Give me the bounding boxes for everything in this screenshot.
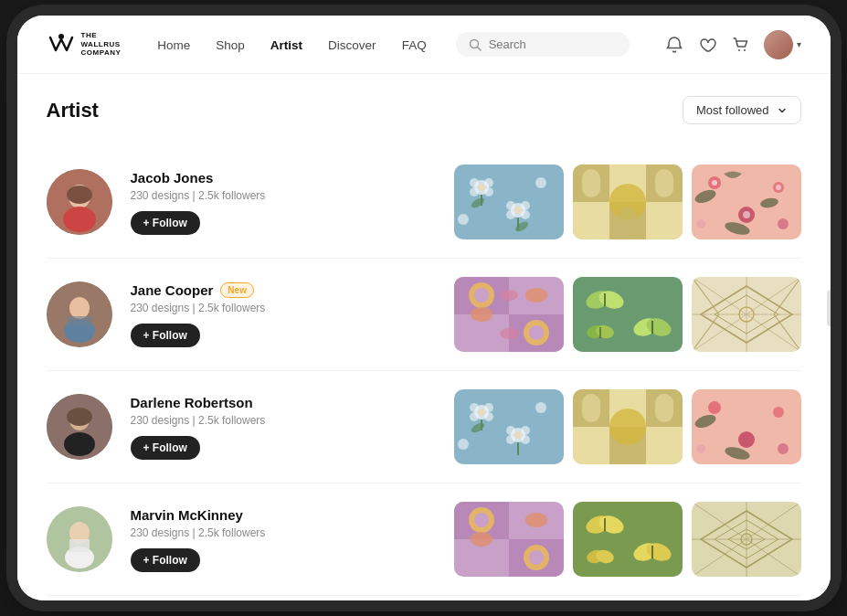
page-header: Artist Most followed	[47, 96, 801, 124]
main-content: Artist Most followed	[17, 74, 831, 600]
svg-point-4	[744, 49, 746, 51]
svg-point-23	[458, 214, 469, 225]
notification-icon[interactable]	[665, 36, 683, 54]
svg-point-101	[506, 426, 515, 435]
search-input[interactable]	[489, 37, 617, 51]
svg-rect-34	[646, 202, 683, 239]
nav-shop[interactable]: Shop	[216, 37, 245, 53]
search-bar[interactable]	[456, 32, 630, 57]
artist-name: Marvin McKinney	[131, 507, 243, 523]
svg-point-137	[474, 513, 489, 527]
svg-point-90	[64, 432, 95, 456]
artist-name: Jane Cooper	[131, 282, 214, 298]
svg-point-122	[738, 431, 755, 448]
svg-point-138	[529, 550, 544, 565]
artist-name-row: Marvin McKinney	[131, 507, 295, 523]
artist-meta: 230 designs | 2.5k followers	[131, 526, 295, 539]
artist-designs	[454, 389, 801, 464]
svg-rect-114	[573, 427, 609, 464]
svg-point-14	[470, 187, 479, 196]
svg-point-45	[776, 185, 781, 190]
svg-point-65	[500, 328, 518, 339]
nav-actions: ▾	[665, 30, 801, 59]
svg-point-22	[535, 177, 546, 188]
artist-row: Darlene Robertson 230 designs | 2.5k fol…	[47, 371, 801, 483]
svg-point-117	[609, 409, 646, 445]
logo[interactable]: THE WALLRUS COMPANY	[47, 31, 122, 58]
svg-rect-32	[573, 202, 609, 239]
design-thumbnail[interactable]	[573, 502, 683, 577]
follow-button[interactable]: + Follow	[131, 211, 200, 235]
svg-point-21	[521, 210, 530, 219]
svg-point-103	[506, 435, 515, 444]
sort-chevron-icon	[777, 105, 788, 116]
design-thumbnail[interactable]	[573, 165, 683, 239]
follow-button[interactable]: + Follow	[131, 324, 200, 347]
sort-dropdown[interactable]: Most followed	[683, 96, 800, 124]
nav-discover[interactable]: Discover	[328, 37, 376, 53]
svg-point-49	[696, 219, 705, 228]
design-thumbnail[interactable]	[692, 502, 801, 577]
svg-point-61	[529, 325, 544, 340]
artist-designs	[454, 277, 801, 352]
artist-row: Jacob Jones 230 designs | 2.5k followers…	[47, 146, 801, 259]
design-thumbnail[interactable]	[573, 389, 683, 464]
svg-point-64	[500, 290, 518, 301]
nav-home[interactable]: Home	[157, 37, 190, 53]
user-menu[interactable]: ▾	[764, 30, 801, 59]
svg-point-60	[474, 288, 489, 303]
svg-point-91	[67, 408, 92, 426]
svg-point-105	[535, 402, 546, 413]
design-thumbnail[interactable]	[454, 502, 564, 577]
design-thumbnail[interactable]	[573, 277, 683, 352]
user-avatar	[764, 30, 793, 59]
nav-links: Home Shop Artist Discover FAQ	[157, 37, 426, 53]
artist-meta: 230 designs | 2.5k followers	[131, 414, 295, 427]
artist-meta: 230 designs | 2.5k followers	[131, 189, 295, 202]
design-thumbnail[interactable]	[454, 165, 564, 239]
design-thumbnail[interactable]	[692, 389, 801, 464]
svg-point-97	[470, 412, 479, 421]
svg-point-121	[708, 401, 721, 414]
artist-row: Marvin McKinney 230 designs | 2.5k follo…	[47, 483, 801, 596]
svg-point-0	[58, 34, 64, 39]
svg-rect-54	[67, 316, 92, 325]
follow-button[interactable]: + Follow	[131, 548, 200, 572]
artist-info: Darlene Robertson 230 designs | 2.5k fol…	[131, 395, 295, 460]
svg-point-62	[471, 307, 492, 322]
user-chevron-icon: ▾	[797, 39, 801, 49]
app: THE WALLRUS COMPANY Home Shop Artist Dis…	[17, 16, 831, 600]
svg-rect-119	[655, 394, 673, 422]
svg-point-126	[696, 444, 705, 453]
wishlist-icon[interactable]	[698, 36, 716, 54]
scroll-indicator	[827, 290, 831, 326]
svg-point-18	[506, 201, 515, 210]
artist-info: Jane Cooper New 230 designs | 2.5k follo…	[131, 282, 295, 347]
svg-rect-66	[573, 277, 683, 352]
svg-point-15	[484, 187, 493, 196]
svg-point-100	[514, 431, 522, 439]
svg-point-52	[69, 297, 90, 319]
artist-designs	[454, 502, 801, 577]
design-thumbnail[interactable]	[692, 277, 801, 352]
logo-text: THE WALLRUS COMPANY	[81, 31, 122, 58]
page-title: Artist	[47, 99, 99, 122]
follow-button[interactable]: + Follow	[131, 436, 200, 460]
avatar	[47, 169, 112, 235]
svg-point-17	[514, 207, 522, 214]
search-icon	[469, 38, 482, 51]
design-thumbnail[interactable]	[454, 389, 564, 464]
svg-point-140	[525, 513, 547, 527]
svg-rect-116	[646, 427, 683, 464]
svg-rect-38	[619, 207, 637, 235]
nav-faq[interactable]: FAQ	[402, 37, 427, 53]
new-badge: New	[220, 282, 254, 298]
design-thumbnail[interactable]	[692, 165, 801, 239]
cart-icon[interactable]	[731, 36, 749, 54]
design-thumbnail[interactable]	[454, 277, 564, 352]
svg-point-139	[471, 532, 492, 547]
svg-rect-36	[582, 169, 600, 197]
nav-artist[interactable]: Artist	[270, 37, 302, 53]
svg-point-102	[521, 426, 530, 435]
svg-point-20	[506, 210, 515, 219]
